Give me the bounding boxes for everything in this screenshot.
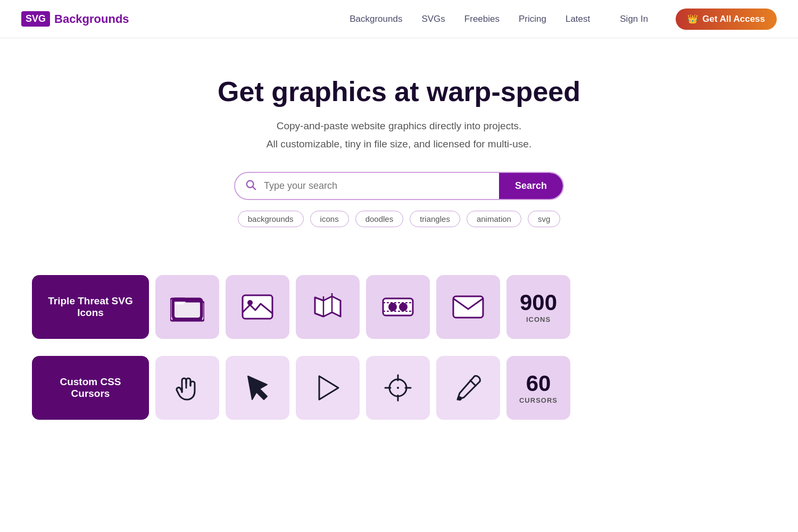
hand-cursor-card[interactable] bbox=[155, 356, 219, 420]
search-tags: backgrounds icons doodles triangles anim… bbox=[21, 211, 777, 227]
cursors-label[interactable]: Custom CSS Cursors bbox=[32, 356, 149, 420]
map-icon-card[interactable] bbox=[296, 275, 360, 339]
cards-section: Triple Threat SVG Icons bbox=[0, 275, 798, 458]
envelope-icon-card[interactable] bbox=[436, 275, 500, 339]
eyedropper-cursor-card[interactable] bbox=[436, 356, 500, 420]
navbar: SVG Backgrounds Backgrounds SVGs Freebie… bbox=[0, 0, 798, 38]
ticket-icon-card[interactable] bbox=[366, 275, 430, 339]
arrow-cursor-card[interactable] bbox=[226, 356, 289, 420]
logo-text: Backgrounds bbox=[54, 12, 129, 26]
nav-link-latest[interactable]: Latest bbox=[566, 14, 590, 24]
icons-count-card[interactable]: 900 ICONS bbox=[506, 275, 570, 339]
hero-subline1: Copy-and-paste website graphics directly… bbox=[21, 118, 777, 134]
nav-links: Backgrounds SVGs Freebies Pricing Latest… bbox=[350, 9, 777, 30]
crosshair-cursor-card[interactable] bbox=[366, 356, 430, 420]
icons-unit: ICONS bbox=[526, 315, 551, 323]
nav-link-freebies[interactable]: Freebies bbox=[464, 14, 500, 24]
tag-svg[interactable]: svg bbox=[528, 211, 560, 227]
sign-in-link[interactable]: Sign In bbox=[620, 14, 648, 24]
svg-point-23 bbox=[458, 396, 462, 401]
hero-section: Get graphics at warp-speed Copy-and-past… bbox=[0, 38, 798, 275]
play-cursor-card[interactable] bbox=[296, 356, 360, 420]
crown-icon: 👑 bbox=[687, 14, 698, 24]
hero-subline2: All customizable, tiny in file size, and… bbox=[21, 136, 777, 152]
logo-box: SVG bbox=[21, 11, 50, 27]
cursors-unit: CURSORS bbox=[519, 396, 558, 404]
svg-point-11 bbox=[388, 303, 397, 311]
logo[interactable]: SVG Backgrounds bbox=[21, 11, 129, 27]
svg-rect-10 bbox=[383, 298, 413, 315]
svg-point-12 bbox=[399, 303, 408, 311]
tag-icons[interactable]: icons bbox=[310, 211, 349, 227]
tag-doodles[interactable]: doodles bbox=[355, 211, 404, 227]
tag-triangles[interactable]: triangles bbox=[410, 211, 460, 227]
hero-heading: Get graphics at warp-speed bbox=[21, 76, 777, 107]
image-icon-card[interactable] bbox=[226, 275, 289, 339]
cursors-count: 60 bbox=[526, 371, 551, 396]
icons-row: Triple Threat SVG Icons bbox=[32, 275, 766, 339]
svg-point-21 bbox=[397, 387, 399, 389]
svg-rect-15 bbox=[453, 296, 483, 318]
search-button[interactable]: Search bbox=[499, 173, 563, 199]
tag-animation[interactable]: animation bbox=[467, 211, 521, 227]
search-input[interactable] bbox=[264, 173, 499, 199]
search-bar: Search bbox=[234, 172, 564, 200]
search-icon bbox=[235, 179, 264, 193]
cursors-row: Custom CSS Cursors bbox=[32, 356, 766, 420]
svg-line-22 bbox=[470, 380, 476, 386]
svg-line-1 bbox=[253, 187, 255, 189]
nav-link-svgs[interactable]: SVGs bbox=[421, 14, 445, 24]
folder-icon-card[interactable] bbox=[155, 275, 219, 339]
nav-link-backgrounds[interactable]: Backgrounds bbox=[350, 14, 402, 24]
tag-backgrounds[interactable]: backgrounds bbox=[238, 211, 304, 227]
nav-link-pricing[interactable]: Pricing bbox=[519, 14, 546, 24]
icons-count: 900 bbox=[520, 290, 557, 315]
get-all-access-button[interactable]: 👑 Get All Access bbox=[676, 9, 777, 30]
cursors-count-card[interactable]: 60 CURSORS bbox=[506, 356, 570, 420]
icons-label[interactable]: Triple Threat SVG Icons bbox=[32, 275, 149, 339]
